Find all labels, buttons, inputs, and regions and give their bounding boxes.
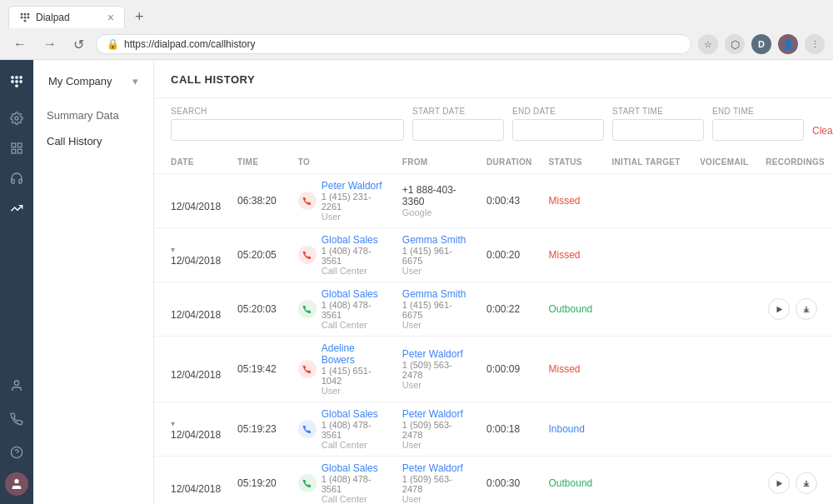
to-name-link[interactable]: Adeline Bowers	[322, 342, 386, 366]
cell-from: Gemma Smith 1 (415) 961-6675User	[394, 228, 478, 282]
svg-marker-23	[776, 307, 782, 313]
nav-bar: ← → ↺ 🔒 https://dialpad.com/callhistory …	[0, 29, 833, 59]
cell-from: Peter Waldorf 1 (509) 563-2478User	[394, 402, 478, 457]
to-info: Global Sales 1 (408) 478-3561 Call Cente…	[322, 288, 386, 330]
page-title: CALL HISTORY	[171, 73, 816, 86]
start-time-label: START TIME	[612, 107, 704, 116]
dialpad-favicon-icon	[19, 12, 31, 23]
company-dropdown-icon: ▾	[132, 75, 138, 87]
cell-to: Global Sales 1 (408) 478-3561 Call Cente…	[290, 457, 394, 505]
call-type-icon	[298, 420, 317, 438]
play-button[interactable]	[768, 298, 790, 320]
download-button[interactable]	[796, 472, 817, 494]
from-name-link[interactable]: Peter Waldorf	[402, 408, 463, 420]
profile-avatar[interactable]: 👤	[778, 34, 798, 54]
cell-voicemail	[691, 457, 757, 505]
help-nav-icon[interactable]	[3, 439, 30, 466]
time-value: 05:19:20	[237, 477, 277, 489]
tab-close-button[interactable]: ×	[107, 11, 114, 24]
user-account-icon[interactable]: D	[751, 34, 771, 54]
end-time-input[interactable]	[712, 119, 804, 141]
phone-nav-icon[interactable]	[3, 406, 30, 432]
col-voicemail: VOICEMAIL	[691, 151, 757, 174]
analytics-nav-icon[interactable]	[3, 135, 30, 162]
user-avatar[interactable]	[5, 472, 28, 496]
svg-point-22	[14, 479, 18, 483]
from-info: Peter Waldorf 1 (509) 563-2478User	[402, 462, 470, 504]
start-time-filter-group: START TIME	[612, 107, 704, 141]
play-button[interactable]	[768, 472, 790, 494]
cell-recordings	[757, 282, 833, 337]
start-date-input[interactable]	[412, 119, 504, 141]
from-name-link[interactable]: Gemma Smith	[402, 234, 466, 246]
end-date-input[interactable]	[512, 119, 604, 141]
time-value: 05:20:03	[237, 303, 277, 315]
time-value: 05:19:23	[237, 423, 277, 435]
active-tab[interactable]: Dialpad ×	[8, 6, 125, 28]
svg-rect-1	[24, 13, 27, 16]
download-button[interactable]	[796, 298, 817, 320]
to-name-link[interactable]: Global Sales	[322, 462, 386, 474]
from-name-link[interactable]: Peter Waldorf	[402, 348, 463, 360]
start-time-input[interactable]	[612, 119, 704, 141]
call-type-icon	[298, 246, 317, 264]
call-history-table-wrapper: DATE TIME TO FROM DURATION STATUS INITIA…	[154, 151, 833, 504]
start-date-label: START DATE	[412, 107, 504, 116]
cell-status: Outbound	[541, 457, 604, 505]
to-info: Global Sales 1 (408) 478-3561 Call Cente…	[322, 462, 386, 504]
from-name-link[interactable]: Gemma Smith	[402, 288, 466, 300]
col-date: DATE	[154, 151, 229, 174]
to-name-link[interactable]: Global Sales	[322, 288, 386, 300]
to-name-link[interactable]: Global Sales	[322, 408, 386, 420]
forward-button[interactable]: →	[38, 35, 62, 53]
cell-voicemail	[691, 337, 757, 402]
cell-time: 05:20:05	[229, 228, 290, 282]
to-name-link[interactable]: Global Sales	[322, 234, 386, 246]
headset-nav-icon[interactable]	[3, 165, 30, 192]
col-from: FROM	[394, 151, 478, 174]
expand-button[interactable]: ▾	[171, 419, 175, 428]
svg-rect-17	[17, 149, 22, 153]
col-recordings: RECORDINGS	[757, 151, 833, 174]
cell-from: +1 888-403-3360 Google	[394, 174, 478, 228]
cell-status: Outbound	[541, 282, 604, 337]
expand-button[interactable]: ▾	[171, 245, 175, 254]
call-type-icon	[298, 360, 317, 378]
svg-marker-25	[776, 481, 782, 487]
call-type-icon	[298, 474, 317, 492]
company-selector[interactable]: My Company ▾	[38, 68, 148, 94]
new-tab-button[interactable]: +	[128, 5, 151, 29]
cell-to: Global Sales 1 (408) 478-3561 Call Cente…	[290, 282, 394, 337]
cell-initial-target	[603, 174, 691, 228]
trending-nav-icon[interactable]	[3, 195, 30, 222]
duration-value: 0:00:22	[486, 303, 520, 315]
nav-actions: ☆ ⬡ D 👤 ⋮	[698, 34, 825, 54]
col-initial-target: INITIAL TARGET	[603, 151, 691, 174]
more-options-icon[interactable]: ⋮	[805, 34, 825, 54]
to-name-link[interactable]: Peter Waldorf	[322, 180, 386, 192]
clear-filters-button[interactable]: Clear filters	[812, 121, 833, 141]
extensions-icon[interactable]: ⬡	[725, 34, 745, 54]
duration-value: 0:00:09	[486, 363, 520, 375]
from-info: Gemma Smith 1 (415) 961-6675User	[402, 234, 470, 276]
browser-chrome: Dialpad × + ← → ↺ 🔒 https://dialpad.com/…	[0, 0, 833, 60]
address-bar[interactable]: 🔒 https://dialpad.com/callhistory	[96, 34, 691, 54]
status-value: Inbound	[549, 423, 585, 435]
reload-button[interactable]: ↺	[68, 35, 89, 54]
url-text: https://dialpad.com/callhistory	[124, 38, 255, 50]
from-info: +1 888-403-3360 Google	[402, 184, 470, 217]
cell-time: 05:19:20	[229, 457, 290, 505]
sidebar-item-callhistory[interactable]: Call History	[33, 128, 153, 154]
status-value: Outbound	[549, 477, 593, 489]
back-button[interactable]: ←	[8, 35, 32, 53]
cell-duration: 0:00:20	[478, 228, 540, 282]
settings-nav-icon[interactable]	[3, 105, 30, 132]
from-name-link[interactable]: Peter Waldorf	[402, 462, 463, 474]
cell-duration: 0:00:43	[478, 174, 540, 228]
dialpad-logo-icon[interactable]	[3, 68, 30, 95]
bookmark-icon[interactable]: ☆	[698, 34, 718, 54]
contacts-nav-icon[interactable]	[3, 372, 30, 399]
date-value: 12/04/2018	[171, 309, 221, 321]
search-input[interactable]	[171, 119, 404, 141]
sidebar-item-summary[interactable]: Summary Data	[33, 102, 153, 128]
